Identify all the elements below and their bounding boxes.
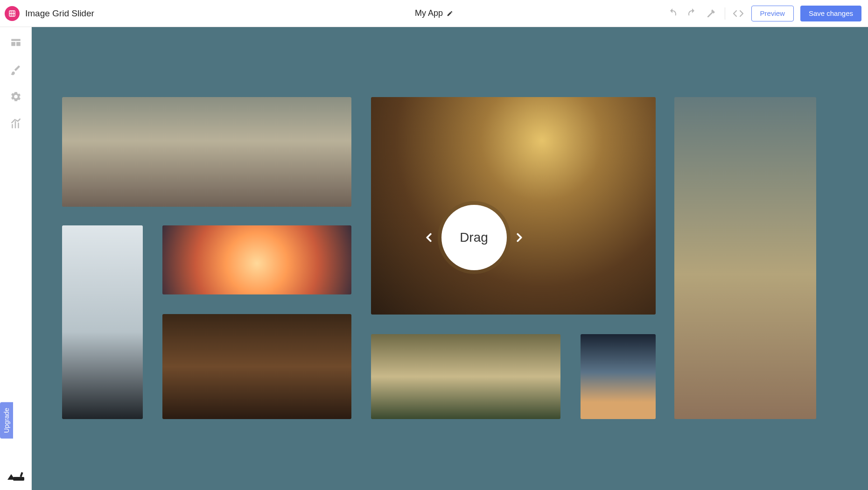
top-bar: Image Grid Slider My App Preview Save ch… (0, 0, 868, 27)
save-button[interactable]: Save changes (800, 6, 861, 21)
widget-name: Image Grid Slider (25, 8, 94, 19)
canvas[interactable]: Drag (32, 27, 868, 490)
brush-icon[interactable] (9, 63, 23, 77)
sidebar: Upgrade (0, 27, 32, 490)
drag-handle[interactable]: Drag (441, 205, 507, 270)
main: Upgrade Drag (0, 27, 868, 490)
gear-icon[interactable] (9, 90, 23, 104)
help-icon[interactable] (7, 469, 25, 482)
brand-logo-icon[interactable] (5, 6, 20, 21)
analytics-icon[interactable] (9, 117, 23, 131)
undo-icon[interactable] (666, 7, 679, 20)
tile-dog[interactable] (674, 97, 816, 419)
tile-airplane[interactable] (581, 334, 656, 419)
top-bar-center: My App (415, 8, 453, 18)
top-bar-right: Preview Save changes (666, 6, 861, 21)
separator (725, 7, 725, 20)
redo-icon[interactable] (686, 7, 699, 20)
code-icon[interactable] (732, 7, 745, 20)
hammer-icon[interactable] (705, 7, 718, 20)
svg-rect-8 (20, 472, 23, 477)
tile-group-photo[interactable] (62, 97, 351, 207)
app-name: My App (415, 8, 443, 18)
tile-sunset[interactable] (162, 225, 351, 294)
drag-label: Drag (460, 230, 488, 245)
preview-button[interactable]: Preview (751, 6, 794, 21)
svg-rect-7 (13, 477, 24, 481)
upgrade-button[interactable]: Upgrade (0, 402, 13, 439)
top-bar-left: Image Grid Slider (5, 6, 94, 21)
layout-icon[interactable] (9, 35, 23, 49)
image-grid-board (62, 97, 816, 424)
tile-dinner-hero[interactable] (371, 97, 656, 315)
tile-cheers[interactable] (162, 314, 351, 419)
pencil-icon[interactable] (447, 10, 453, 17)
tile-leopard[interactable] (371, 334, 560, 419)
chevron-right-icon[interactable] (512, 231, 526, 245)
chevron-left-icon[interactable] (422, 231, 436, 245)
tile-skis[interactable] (62, 225, 143, 419)
